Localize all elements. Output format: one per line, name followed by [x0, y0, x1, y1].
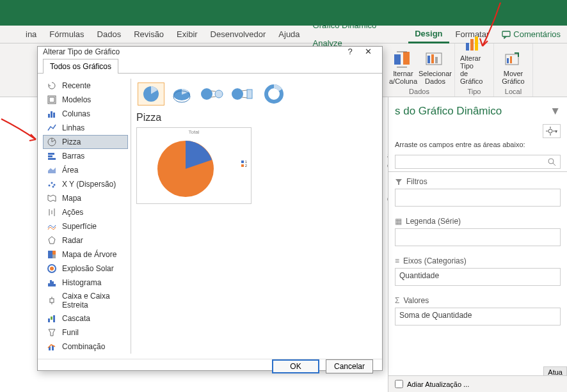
chart-preview-card[interactable]: Total 1 2 [136, 127, 252, 204]
chart-type-modelos[interactable]: Modelos [43, 93, 128, 107]
svg-rect-38 [52, 251, 56, 255]
svg-rect-44 [52, 281, 54, 286]
dialog-buttons: OK Cancelar [38, 359, 382, 373]
svg-rect-37 [48, 251, 52, 258]
subtype-doughnut[interactable] [260, 82, 287, 106]
pane-dropdown-icon[interactable]: ▼ [550, 105, 561, 118]
app-titlebar [0, 0, 567, 26]
svg-point-32 [52, 186, 54, 188]
legend-dropzone[interactable] [395, 228, 561, 246]
pivot-chart-fields-pane: s do Gráfico Dinâmico ▼ ▾ Arraste os cam… [388, 97, 567, 392]
subtype-pie[interactable] [138, 82, 164, 106]
svg-rect-43 [50, 280, 52, 286]
svg-rect-8 [470, 39, 474, 51]
red-arrow-left [1, 119, 36, 139]
chart-type--rea[interactable]: Área [43, 163, 128, 177]
svg-rect-39 [52, 255, 56, 258]
svg-rect-1 [394, 54, 401, 65]
subtype-3d-pie[interactable] [168, 82, 195, 106]
search-icon [547, 157, 556, 166]
chart-type-caixa-e-caixa-estreita[interactable]: Caixa e Caixa Estreita [43, 290, 128, 311]
subtype-bar-of-pie[interactable] [230, 82, 257, 106]
chart-type-cascata[interactable]: Cascata [43, 311, 128, 325]
chart-type-histograma[interactable]: Histograma [43, 276, 128, 290]
select-data-icon [425, 51, 445, 68]
cancel-button[interactable]: Cancelar [326, 359, 373, 373]
type-icon [47, 295, 57, 306]
gear-button[interactable]: ▾ [543, 124, 561, 138]
group-tipo: Alterar Tipo de Gráfico Tipo [455, 43, 494, 97]
type-icon [47, 263, 57, 274]
svg-line-19 [553, 163, 555, 166]
select-data-button[interactable]: Selecionar Dados [420, 49, 451, 86]
chart-type-pizza[interactable]: Pizza [43, 135, 128, 149]
type-icon [47, 193, 57, 203]
svg-point-40 [50, 267, 54, 270]
svg-rect-23 [51, 111, 52, 118]
search-row [388, 152, 567, 172]
type-icon [47, 327, 57, 338]
type-icon [47, 313, 57, 324]
defer-checkbox[interactable] [395, 380, 403, 388]
type-icon [47, 151, 57, 161]
change-chart-type-dialog: Alterar Tipo de Gráfico ? ✕ Todos os Grá… [37, 46, 383, 371]
chart-type-mapa-de-rvore[interactable]: Mapa de Árvore [43, 247, 128, 262]
chart-type-funil[interactable]: Funil [43, 325, 128, 340]
tab-dados[interactable]: Dados [91, 26, 128, 43]
comments-button[interactable]: Comentários [495, 29, 567, 39]
tab-ajuda[interactable]: Ajuda [272, 26, 306, 43]
tab-revisao[interactable]: Revisão [127, 26, 170, 43]
chart-type-colunas[interactable]: Colunas [43, 107, 128, 121]
svg-rect-27 [48, 155, 52, 157]
pie-subtypes [136, 79, 377, 112]
chart-type-recente[interactable]: Recente [43, 79, 128, 93]
svg-rect-46 [50, 299, 54, 302]
type-icon [47, 235, 57, 246]
group-local: Mover Gráfico Local [494, 43, 533, 97]
type-icon [47, 341, 57, 352]
svg-rect-7 [466, 43, 469, 51]
subtype-pie-of-pie[interactable] [199, 82, 226, 106]
svg-point-30 [51, 182, 53, 184]
tab-exibir[interactable]: Exibir [170, 26, 204, 43]
switch-row-column-button[interactable]: lternar a/Coluna [388, 49, 419, 86]
change-chart-type-button[interactable]: Alterar Tipo de Gráfico [459, 34, 490, 86]
tab-all-charts[interactable]: Todos os Gráficos [43, 59, 118, 74]
chart-type-superf-cie[interactable]: Superfície [43, 219, 128, 233]
svg-rect-42 [48, 283, 50, 286]
values-dropzone[interactable]: Soma de Quantidade [395, 308, 561, 325]
help-button[interactable]: ? [341, 47, 359, 56]
chart-type-linhas[interactable]: Linhas [43, 121, 128, 135]
filters-dropzone[interactable] [395, 189, 561, 207]
chart-type-x-y-dispers-o-[interactable]: X Y (Dispersão) [43, 177, 128, 191]
svg-line-59 [211, 91, 216, 91]
type-icon [47, 123, 57, 133]
svg-rect-21 [49, 97, 54, 102]
tab-formulas[interactable]: Fórmulas [43, 26, 90, 43]
gear-icon [546, 127, 555, 136]
tab-design[interactable]: Design [408, 26, 449, 43]
close-button[interactable]: ✕ [359, 47, 377, 56]
group-label-dados: Dados [409, 88, 429, 95]
chart-type-explos-o-solar[interactable]: Explosão Solar [43, 262, 128, 276]
axes-dropzone[interactable]: Quantidade [395, 268, 561, 286]
svg-rect-2 [403, 52, 410, 65]
chart-type-a-es[interactable]: Ações [43, 205, 128, 219]
ok-button[interactable]: OK [272, 359, 319, 373]
chart-type-barras[interactable]: Barras [43, 149, 128, 163]
svg-rect-6 [435, 57, 438, 63]
search-input[interactable] [395, 155, 561, 169]
group-dados: lternar a/Coluna Selecionar Dados Dados [384, 43, 455, 97]
chart-type-radar[interactable]: Radar [43, 233, 128, 247]
move-chart-button[interactable]: Mover Gráfico [498, 49, 529, 86]
chart-type-mapa[interactable]: Mapa [43, 191, 128, 205]
filter-icon [395, 178, 403, 185]
mini-title: Total [137, 129, 251, 135]
tab-ina[interactable]: ina [19, 26, 43, 43]
svg-rect-4 [427, 56, 430, 63]
chart-preview-area: Pizza Total 1 2 [136, 79, 377, 354]
type-icon [47, 221, 57, 231]
tab-desenvolvedor[interactable]: Desenvolvedor [204, 26, 273, 43]
chart-type-combina-o[interactable]: Combinação [43, 340, 128, 354]
svg-rect-24 [53, 113, 55, 118]
